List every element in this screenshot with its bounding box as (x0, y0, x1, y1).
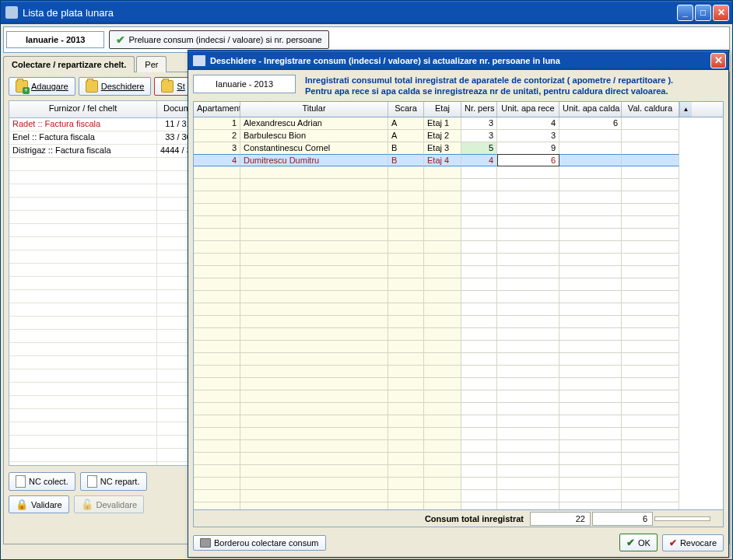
validare-label: Validare (31, 500, 62, 509)
empty-row (194, 216, 723, 229)
cell-apa-rece[interactable]: 3 (497, 130, 559, 142)
deschidere-button[interactable]: Deschidere (79, 77, 152, 96)
tab-colectare[interactable]: Colectare / repartizare chelt. (3, 56, 135, 72)
totals-label: Consum total inregistrat (425, 514, 530, 523)
dialog-body: Ianuarie - 2013 Inregistrati consumul to… (188, 70, 728, 556)
empty-row (194, 303, 723, 316)
validare-button[interactable]: 🔒 Validare (9, 495, 69, 513)
dialog-icon (193, 55, 205, 66)
col-apartament[interactable]: Apartament (194, 102, 240, 117)
dialog-month[interactable]: Ianuarie - 2013 (193, 75, 296, 93)
main-titlebar[interactable]: Lista de plata lunara _ □ ✕ (1, 1, 732, 24)
adaugare-button[interactable]: Adaugare (9, 77, 75, 96)
tab-per[interactable]: Per (136, 56, 167, 72)
table-row[interactable]: 1Alexandrescu AdrianAEtaj 1346 (194, 117, 723, 130)
devalidare-label: Devalidare (96, 500, 138, 509)
consum-dialog: Deschidere - Inregistrare consum (indecs… (188, 50, 729, 558)
col-furnizor[interactable]: Furnizor / fel chelt (9, 101, 157, 117)
cell-apa-calda[interactable] (559, 142, 622, 155)
dialog-close-button[interactable]: ✕ (710, 53, 726, 68)
check-icon: ✔ (626, 537, 635, 548)
borderou-button[interactable]: Borderou colectare consum (193, 535, 326, 551)
empty-row (194, 316, 723, 328)
st-label: St (177, 82, 184, 91)
empty-row (194, 278, 723, 291)
month-selector[interactable]: Ianuarie - 2013 (6, 31, 104, 48)
empty-row (194, 378, 723, 390)
folder-icon (161, 80, 174, 93)
cell-scara: B (388, 142, 424, 155)
cell-titular: Dumitrescu Dumitru (240, 154, 388, 166)
empty-row (194, 366, 723, 378)
cell-ap: 3 (194, 142, 240, 155)
cell-val-caldura[interactable] (622, 130, 679, 142)
col-val-caldura[interactable]: Val. caldura (622, 102, 679, 117)
empty-row (194, 428, 723, 440)
cell-nr-pers[interactable]: 3 (461, 117, 497, 130)
total-apa-rece: 22 (530, 512, 591, 526)
table-row[interactable]: 2Barbulescu BionAEtaj 233 (194, 130, 723, 142)
empty-row (194, 465, 723, 478)
ok-button[interactable]: ✔ OK (619, 534, 658, 551)
doc-icon (87, 475, 97, 488)
nc-colect-button[interactable]: NC colect. (9, 472, 75, 491)
cell-val-caldura[interactable] (622, 154, 679, 166)
st-button[interactable]: St (154, 77, 191, 96)
minimize-button[interactable]: _ (677, 5, 693, 21)
cell-ap: 1 (194, 117, 240, 130)
empty-row (194, 254, 723, 266)
cell-titular: Alexandrescu Adrian (240, 117, 388, 130)
table-row[interactable]: 4Dumitrescu DumitruBEtaj 446 (194, 154, 723, 166)
total-apa-calda: 6 (592, 512, 653, 526)
cell-scara: A (388, 117, 424, 130)
preluare-consum-button[interactable]: ✔ Preluare consum (indecsi / valoare) si… (109, 30, 328, 49)
devalidare-button: 🔓 Devalidare (74, 495, 145, 513)
app-icon (5, 6, 18, 19)
col-titular[interactable]: Titular (240, 102, 388, 117)
empty-row (194, 478, 723, 490)
cell-apa-rece[interactable]: 9 (497, 142, 559, 155)
cell-scara: A (388, 130, 424, 142)
empty-row (194, 353, 723, 366)
cell-nr-pers[interactable]: 3 (461, 130, 497, 142)
cell-val-caldura[interactable] (622, 142, 679, 155)
revocare-button[interactable]: ✔ Revocare (662, 534, 724, 551)
empty-row (194, 341, 723, 353)
cell-etaj: Etaj 4 (424, 154, 461, 166)
empty-row (194, 291, 723, 303)
col-apa-calda[interactable]: Unit. apa calda (559, 102, 622, 117)
cell-apa-calda[interactable] (559, 154, 622, 166)
cell-nr-pers[interactable]: 4 (461, 154, 497, 166)
cell-apa-rece[interactable]: 4 (497, 117, 559, 130)
cell-nr-pers[interactable]: 5 (461, 142, 497, 155)
cell-apa-calda[interactable]: 6 (559, 117, 622, 130)
col-apa-rece[interactable]: Unit. apa rece (497, 102, 559, 117)
main-toolbar: Ianuarie - 2013 ✔ Preluare consum (indec… (3, 26, 730, 53)
close-button[interactable]: ✕ (713, 5, 729, 21)
empty-row (194, 403, 723, 415)
nc-repart-button[interactable]: NC repart. (80, 472, 147, 491)
dialog-instruction: Inregistrati consumul total inregistrat … (305, 75, 673, 96)
scroll-up-button[interactable]: ▲ (679, 102, 692, 117)
dialog-titlebar[interactable]: Deschidere - Inregistrare consum (indecs… (188, 51, 728, 70)
cell-titular: Constantinescu Cornel (240, 142, 388, 155)
col-scara[interactable]: Scara (388, 102, 424, 117)
revocare-label: Revocare (680, 538, 717, 548)
empty-row (194, 328, 723, 341)
cell-apa-calda[interactable] (559, 130, 622, 142)
empty-row (194, 502, 723, 509)
empty-row (194, 204, 723, 216)
empty-row (194, 440, 723, 453)
cell-ap: 2 (194, 130, 240, 142)
dialog-grid[interactable]: Apartament Titular Scara Etaj Nr. pers U… (193, 101, 724, 527)
empty-row (194, 229, 723, 241)
col-nr-pers[interactable]: Nr. pers (461, 102, 497, 117)
maximize-button[interactable]: □ (695, 5, 711, 21)
deschidere-label: Deschidere (101, 82, 145, 91)
table-row[interactable]: 3Constantinescu CornelBEtaj 359 (194, 142, 723, 155)
col-etaj[interactable]: Etaj (424, 102, 461, 117)
cell-apa-rece[interactable]: 6 (497, 154, 559, 166)
check-icon: ✔ (116, 33, 125, 46)
instruction-line1: Inregistrati consumul total inregistrat … (305, 75, 673, 86)
cell-val-caldura[interactable] (622, 117, 679, 130)
